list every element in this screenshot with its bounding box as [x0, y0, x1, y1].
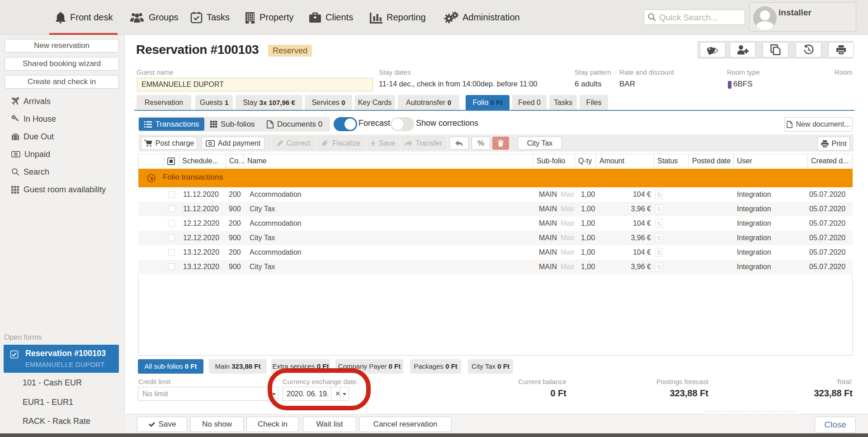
- svg-text:1: 1: [15, 152, 17, 157]
